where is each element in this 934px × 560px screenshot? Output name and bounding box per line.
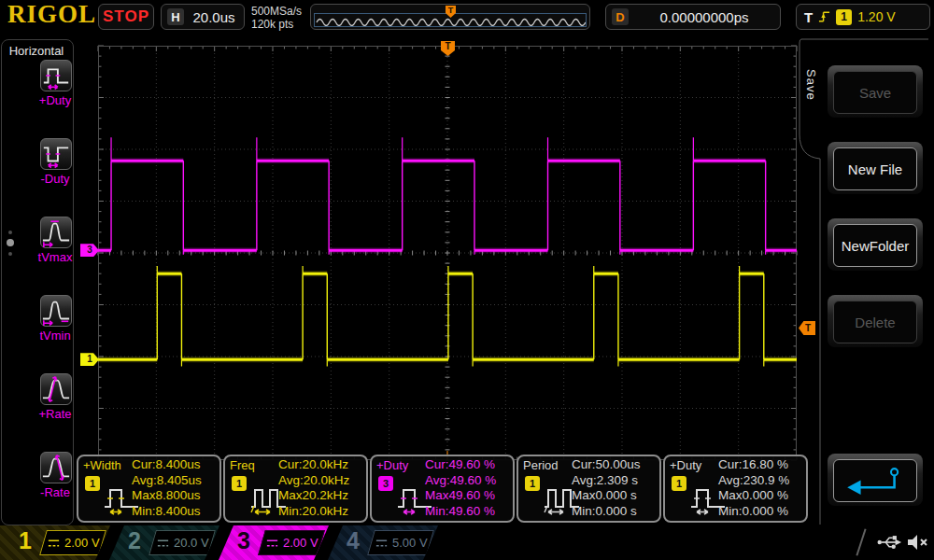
measurement-cur: Cur:20.0kHz xyxy=(278,457,363,473)
channel-scale-value: 5.00 V xyxy=(392,536,428,550)
plus-rate-icon xyxy=(41,374,71,404)
menu-scroll-dot xyxy=(7,239,14,246)
left-menu-button[interactable] xyxy=(40,295,72,327)
acquisition-info: 500MSa/s 120k pts xyxy=(251,5,302,31)
measurement-name: +Duty xyxy=(670,458,701,472)
menu-button-newfolder[interactable]: NewFolder xyxy=(828,218,923,271)
minus-duty-icon xyxy=(41,139,71,169)
measurement-max: Max49.60 % xyxy=(425,488,510,504)
measurement-cur: Cur:16.80 % xyxy=(718,457,803,473)
measurement-min: Min:20.0kHz xyxy=(278,504,363,520)
menu-scroll-dot xyxy=(8,231,12,234)
tvmax-icon xyxy=(41,217,71,247)
horizontal-scale-box: H 20.0us xyxy=(161,4,245,30)
trigger-label: T xyxy=(804,9,813,25)
dc-coupling-icon xyxy=(265,538,279,549)
minus-rate-icon xyxy=(41,453,71,483)
left-menu-item-label: -Duty xyxy=(12,172,98,186)
left-menu-button[interactable] xyxy=(40,452,72,483)
measurement-panel-plus-duty: +Duty 3 Cur:49.60 % Avg:49.60 % Max49.60… xyxy=(370,455,515,523)
sample-rate: 500MSa/s xyxy=(251,5,302,18)
rising-edge-icon xyxy=(818,8,830,25)
measurement-panel-plus-width: +Width 1 Cur:8.400us Avg:8.405us Max8.80… xyxy=(77,455,221,523)
channel-block-2[interactable]: 2 20.0 V xyxy=(109,525,219,560)
channel-number: 1 xyxy=(19,527,32,554)
channel-scale-box: 2.00 V xyxy=(258,530,325,555)
menu-button-new-file[interactable]: New File xyxy=(828,142,923,194)
measurement-channel-badge: 1 xyxy=(232,476,247,491)
left-menu-item-label: tVmin xyxy=(12,329,98,343)
left-menu-button[interactable] xyxy=(40,138,72,170)
run-state-label: STOP xyxy=(103,7,149,26)
waveform-display xyxy=(98,46,797,460)
menu-button-save[interactable]: Save xyxy=(828,65,923,118)
channel-number: 3 xyxy=(237,527,250,554)
measurement-panel-plus-duty: +Duty 1 Cur:16.80 % Avg:230.9 % Max0.000… xyxy=(663,455,808,523)
measurement-min: Min:0.000 s xyxy=(572,504,657,520)
measurement-channel-badge: 1 xyxy=(672,476,686,491)
measurement-min: Min:8.400us xyxy=(132,504,217,520)
trigger-status-box: T 1 1.20 V xyxy=(796,4,930,30)
right-menu-button-label: Delete xyxy=(833,301,917,343)
menu-button-delete[interactable]: Delete xyxy=(828,295,923,347)
measurement-panel-period: Period 1 Cur:50.00us Avg:2.309 s Max0.00… xyxy=(517,455,661,523)
channel-scale-box: 2.00 V xyxy=(39,530,106,555)
left-menu-item-label: +Rate xyxy=(12,407,98,421)
measurement-name: +Duty xyxy=(376,458,408,472)
measurement-cur: Cur:50.00us xyxy=(572,457,657,473)
oscilloscope-screen: RIGOL STOP H 20.0us 500MSa/s 120k pts T … xyxy=(0,0,934,560)
left-menu-item-label: +Duty xyxy=(12,93,98,107)
return-arrow-icon xyxy=(842,464,909,497)
left-menu-button[interactable] xyxy=(40,373,72,405)
measurement-name: +Width xyxy=(83,458,121,472)
run-state-indicator: STOP xyxy=(98,4,154,30)
measurement-panel-freq: Freq 1 Cur:20.0kHz Avg:20.0kHz Max20.2kH… xyxy=(223,455,368,523)
measurement-name: Freq xyxy=(230,458,255,472)
usb-icon xyxy=(876,531,902,553)
plus-duty-icon xyxy=(41,61,71,91)
measurement-channel-badge: 1 xyxy=(525,476,540,491)
channel-block-4[interactable]: 4 5.00 V xyxy=(328,525,438,560)
right-menu-tab-label: Save xyxy=(800,69,818,112)
channel-block-3[interactable]: 3 2.00 V xyxy=(219,525,329,560)
left-menu-title: Horizontal xyxy=(2,44,71,58)
trigger-level-value: 1.20 V xyxy=(857,9,895,24)
measurement-avg: Avg:20.0kHz xyxy=(278,473,363,489)
channel-block-1[interactable]: 1 2.00 V xyxy=(0,525,110,560)
channel-scale-value: 2.00 V xyxy=(64,536,100,550)
dc-coupling-icon xyxy=(47,538,61,549)
waveform-overview-bar: T xyxy=(310,4,590,30)
right-menu-button-label: NewFolder xyxy=(833,224,917,267)
trigger-source-badge: 1 xyxy=(836,9,852,25)
measurement-min: Min:0.000 % xyxy=(718,504,803,520)
memory-depth: 120k pts xyxy=(251,18,302,31)
channel-scale-box: 5.00 V xyxy=(367,530,434,555)
measurement-max: Max8.800us xyxy=(132,488,217,504)
statusbar-divider xyxy=(856,528,866,555)
measurement-max: Max20.2kHz xyxy=(278,488,363,504)
measurement-min: Min:49.60 % xyxy=(425,504,510,520)
measurement-avg: Avg:49.60 % xyxy=(425,473,510,489)
measurement-name: Period xyxy=(523,458,559,472)
dc-coupling-icon xyxy=(156,538,170,549)
channel-1-ground-marker-icon[interactable]: 1 xyxy=(80,353,99,366)
left-menu-button[interactable] xyxy=(40,60,72,91)
right-menu-button-label: Save xyxy=(833,71,917,114)
measurement-avg: Avg:2.309 s xyxy=(572,473,657,489)
channel-scale-value: 20.0 V xyxy=(174,536,209,550)
measurement-avg: Avg:8.405us xyxy=(132,473,217,489)
horizontal-scale-value: 20.0us xyxy=(184,9,244,25)
measurement-max: Max0.000 s xyxy=(572,488,657,504)
channel-scale-box: 20.0 V xyxy=(149,530,216,555)
channel-scale-value: 2.00 V xyxy=(283,536,318,550)
menu-back-button[interactable] xyxy=(828,454,923,506)
left-menu-button[interactable] xyxy=(40,217,72,248)
measurement-avg: Avg:230.9 % xyxy=(718,473,803,489)
measurement-channel-badge: 3 xyxy=(378,476,393,491)
tvmin-icon xyxy=(41,296,71,326)
right-menu-button-label: New File xyxy=(833,147,917,190)
measurement-cur: Cur:49.60 % xyxy=(425,457,510,473)
measurement-channel-badge: 1 xyxy=(85,476,100,491)
delay-badge: D xyxy=(612,8,629,25)
channel-number: 4 xyxy=(347,527,360,554)
